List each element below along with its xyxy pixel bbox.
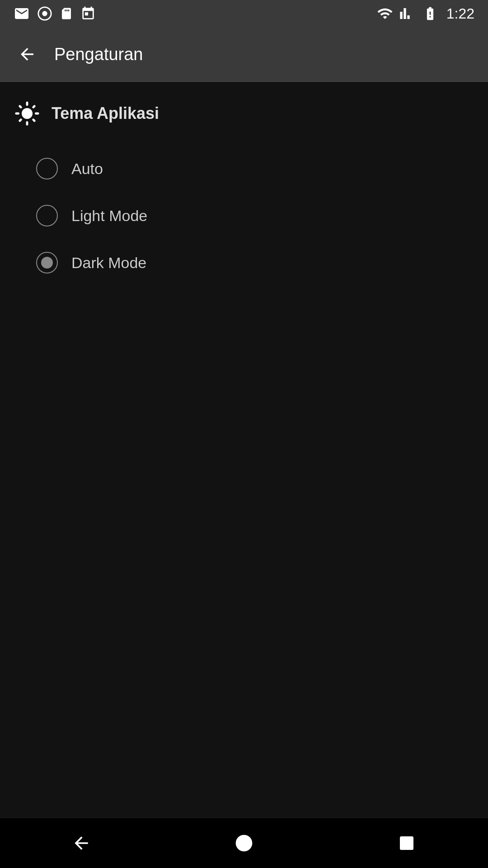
app-bar: Pengaturan [0,27,488,81]
status-bar: 1:22 [0,0,488,27]
status-icons-right: 1:22 [377,5,474,22]
radio-auto-indicator [36,158,58,179]
sd-card-icon [60,6,73,21]
theme-radio-group: Auto Light Mode Dark Mode [14,145,474,286]
sun-icon [14,100,41,127]
nav-back-button[interactable] [54,825,108,861]
radio-light-indicator [36,205,58,226]
nav-bar [0,818,488,868]
svg-point-2 [236,835,253,852]
radio-light-label: Light Mode [71,207,147,225]
nav-recent-button[interactable] [380,825,434,861]
theme-section-header: Tema Aplikasi [14,100,474,127]
content-area: Tema Aplikasi Auto Light Mode Dark Mode [0,82,488,304]
svg-point-1 [42,11,47,16]
radio-dark-indicator [36,252,58,274]
calendar-icon [80,6,96,21]
battery-icon [420,6,440,21]
theme-section-title: Tema Aplikasi [52,104,159,123]
app-bar-title: Pengaturan [54,45,143,64]
radio-dark-fill [41,257,53,269]
wifi-icon [377,5,393,22]
gmail-icon [14,5,30,22]
radio-option-light[interactable]: Light Mode [27,192,474,239]
radio-auto-label: Auto [71,160,103,178]
radio-dark-label: Dark Mode [71,254,146,272]
svg-rect-3 [400,836,413,850]
back-button[interactable] [14,41,41,68]
nav-home-button[interactable] [217,825,271,861]
radio-option-dark[interactable]: Dark Mode [27,239,474,286]
radio-option-auto[interactable]: Auto [27,145,474,192]
signal-icon [399,5,414,22]
status-time: 1:22 [446,5,474,22]
circle-dot-icon [37,6,52,21]
status-icons-left [14,5,96,22]
